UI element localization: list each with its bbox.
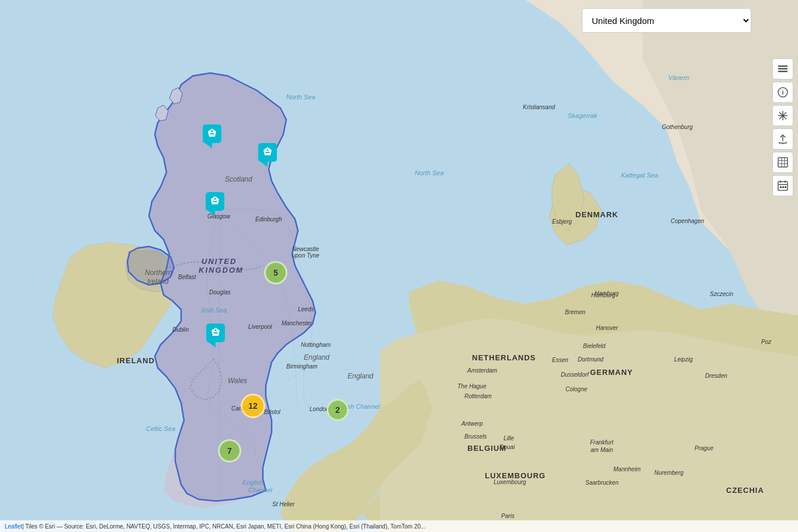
snowflake-button[interactable] <box>772 105 793 126</box>
country-select[interactable]: United Kingdom Germany France Spain Ital… <box>582 8 751 33</box>
cluster-marker-5[interactable]: 5 <box>264 261 287 284</box>
svg-rect-35 <box>206 324 225 342</box>
svg-text:i: i <box>782 89 783 96</box>
svg-rect-33 <box>206 192 224 211</box>
svg-rect-8 <box>778 68 787 70</box>
attribution-source: | Tiles © Esri — Source: Esri, DeLorme, … <box>22 523 425 530</box>
pin-marker-3[interactable] <box>205 192 225 218</box>
svg-rect-29 <box>203 124 221 143</box>
map-toolbar: i <box>772 58 793 196</box>
cluster-count: 2 <box>335 405 340 415</box>
leaflet-link[interactable]: Leaflet <box>5 523 22 530</box>
svg-rect-22 <box>778 182 787 190</box>
pin-marker-2[interactable] <box>258 142 277 169</box>
svg-rect-9 <box>778 71 787 72</box>
map-container: United Kingdom Germany France Spain Ital… <box>0 0 798 532</box>
svg-rect-28 <box>785 186 786 188</box>
svg-point-16 <box>782 114 784 117</box>
svg-rect-31 <box>258 143 277 162</box>
cluster-marker-12[interactable]: 12 <box>241 394 265 418</box>
svg-rect-7 <box>778 65 787 67</box>
map-background <box>0 0 798 532</box>
cluster-count: 12 <box>248 401 258 411</box>
cluster-marker-7[interactable]: 7 <box>218 439 241 463</box>
svg-marker-34 <box>206 209 215 216</box>
layers-button[interactable] <box>772 58 793 79</box>
cluster-marker-2[interactable]: 2 <box>327 399 349 421</box>
cluster-count: 7 <box>227 446 232 455</box>
attribution-bar: Leaflet | Tiles © Esri — Source: Esri, D… <box>0 520 798 532</box>
pin-marker-1[interactable] <box>202 124 222 151</box>
svg-marker-32 <box>258 160 268 167</box>
upload-button[interactable] <box>772 128 793 149</box>
svg-rect-17 <box>778 158 787 167</box>
svg-marker-36 <box>206 340 216 347</box>
country-selector[interactable]: United Kingdom Germany France Spain Ital… <box>582 8 751 33</box>
calendar-button[interactable] <box>772 175 793 196</box>
cluster-count: 5 <box>273 268 278 277</box>
svg-rect-27 <box>782 186 784 188</box>
info-button[interactable]: i <box>772 82 793 103</box>
svg-rect-26 <box>780 186 782 188</box>
grid-button[interactable] <box>772 152 793 173</box>
pin-marker-4[interactable] <box>206 323 225 350</box>
